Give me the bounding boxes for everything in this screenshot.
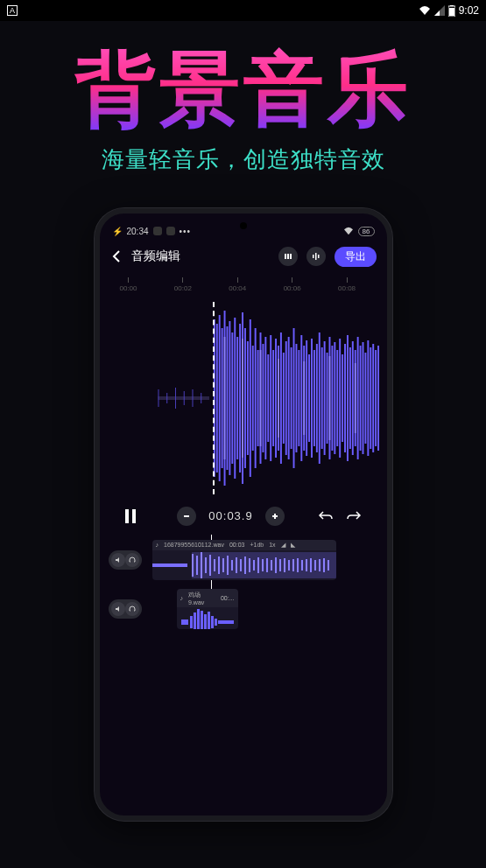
svg-rect-72 <box>356 337 358 459</box>
flash-icon: ⚡ <box>112 227 123 236</box>
svg-rect-70 <box>351 341 353 455</box>
svg-rect-32 <box>254 328 256 468</box>
svg-rect-4 <box>287 254 289 259</box>
svg-rect-113 <box>271 560 272 570</box>
audio-clip[interactable]: ♪ 16879955610112.wav 00:03 +1db 1x ◢ ◣ <box>152 540 336 580</box>
svg-rect-64 <box>336 350 338 446</box>
undo-button[interactable] <box>318 510 334 522</box>
clip-gain: +1db <box>250 542 264 548</box>
svg-rect-120 <box>301 560 303 570</box>
svg-rect-46 <box>290 347 292 449</box>
time-ruler[interactable]: 00:00 00:02 00:04 00:06 00:08 <box>107 277 380 302</box>
svg-rect-90 <box>184 515 189 517</box>
svg-rect-88 <box>125 509 129 523</box>
svg-rect-44 <box>285 341 286 455</box>
svg-rect-33 <box>257 350 258 446</box>
svg-rect-65 <box>339 339 341 458</box>
status-dot-icon <box>153 227 162 235</box>
svg-rect-127 <box>181 620 188 625</box>
svg-rect-10 <box>158 389 158 407</box>
main-waveform[interactable] <box>107 302 380 494</box>
track-lane: ♪ 16879955610112.wav 00:03 +1db 1x ◢ ◣ <box>100 540 387 580</box>
svg-rect-2 <box>449 8 454 16</box>
status-time: 9:02 <box>459 4 479 17</box>
svg-rect-49 <box>298 350 299 446</box>
svg-rect-92 <box>274 514 276 519</box>
svg-rect-68 <box>346 335 348 461</box>
svg-rect-82 <box>242 339 243 458</box>
svg-rect-97 <box>201 552 202 578</box>
svg-rect-129 <box>194 612 196 629</box>
solo-button[interactable] <box>125 602 139 616</box>
svg-rect-106 <box>240 559 242 571</box>
redo-button[interactable] <box>346 510 362 522</box>
svg-rect-22 <box>229 321 230 475</box>
svg-rect-81 <box>223 337 225 459</box>
svg-rect-98 <box>205 557 207 573</box>
clip-duration: 00:03 <box>229 542 245 548</box>
svg-rect-75 <box>364 353 366 444</box>
svg-rect-37 <box>267 354 269 442</box>
audio-clip[interactable]: ♪ 鸡场9.wav 00:... <box>177 589 238 629</box>
svg-rect-5 <box>290 254 292 259</box>
svg-rect-121 <box>306 559 307 571</box>
svg-rect-66 <box>342 354 343 442</box>
track-controls <box>109 599 142 619</box>
status-dot2-icon <box>166 227 175 235</box>
svg-rect-57 <box>318 332 320 464</box>
tool-button-2[interactable] <box>306 247 326 266</box>
battery-icon <box>448 5 455 17</box>
svg-rect-95 <box>192 554 194 577</box>
svg-rect-117 <box>288 560 290 570</box>
svg-rect-108 <box>249 558 250 572</box>
svg-rect-21 <box>226 326 228 470</box>
svg-rect-84 <box>278 359 279 438</box>
mute-button[interactable] <box>111 602 125 616</box>
zoom-in-button[interactable] <box>265 507 285 526</box>
time-display: 00:03.9 <box>208 509 252 522</box>
svg-rect-13 <box>183 391 184 405</box>
svg-rect-89 <box>132 509 136 523</box>
svg-rect-3 <box>285 254 286 259</box>
tool-button-1[interactable] <box>278 247 298 266</box>
svg-rect-115 <box>279 559 281 571</box>
svg-rect-119 <box>297 558 299 572</box>
svg-rect-30 <box>249 319 250 477</box>
svg-rect-53 <box>308 354 310 442</box>
transport-bar: 00:03.9 <box>100 494 387 535</box>
svg-rect-125 <box>323 558 325 572</box>
svg-rect-105 <box>236 557 237 573</box>
clip-header: ♪ 16879955610112.wav 00:03 +1db 1x ◢ ◣ <box>152 540 336 550</box>
svg-rect-59 <box>323 341 325 455</box>
svg-rect-112 <box>266 558 268 572</box>
svg-rect-114 <box>275 557 277 573</box>
svg-rect-135 <box>215 619 217 626</box>
svg-rect-96 <box>196 556 198 575</box>
playhead[interactable] <box>213 302 215 494</box>
svg-rect-80 <box>377 346 379 451</box>
svg-rect-128 <box>190 616 193 628</box>
clip-header: ♪ 鸡场9.wav 00:... <box>177 589 238 607</box>
svg-rect-40 <box>275 339 277 458</box>
pause-button[interactable] <box>124 509 137 523</box>
svg-rect-110 <box>257 557 259 573</box>
svg-rect-1 <box>450 5 454 6</box>
svg-rect-36 <box>264 337 266 459</box>
svg-rect-123 <box>314 560 316 570</box>
ruler-tick: 00:08 <box>338 277 356 292</box>
svg-rect-52 <box>306 340 307 456</box>
svg-rect-14 <box>192 389 193 407</box>
svg-rect-24 <box>234 318 236 479</box>
svg-rect-99 <box>209 555 211 576</box>
ruler-tick: 00:00 <box>119 277 137 292</box>
mute-button[interactable] <box>111 553 125 567</box>
export-button[interactable]: 导出 <box>335 247 377 267</box>
zoom-out-button[interactable] <box>177 507 196 526</box>
svg-rect-56 <box>315 344 317 452</box>
inner-battery: 86 <box>358 227 375 236</box>
back-button[interactable] <box>110 250 123 262</box>
svg-rect-102 <box>222 558 224 572</box>
android-status-bar: A 9:02 <box>0 0 486 21</box>
svg-rect-118 <box>292 559 294 571</box>
solo-button[interactable] <box>125 553 139 567</box>
